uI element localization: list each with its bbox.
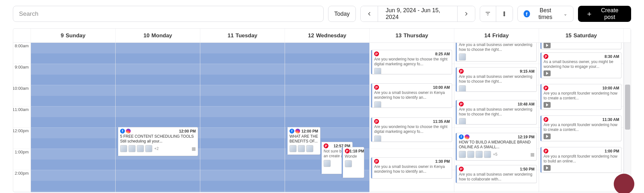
filter-icon — [485, 11, 491, 17]
thumb — [306, 145, 313, 152]
pinterest-icon: P — [374, 85, 379, 90]
grid-icon: ▦ — [530, 152, 535, 157]
best-times-button[interactable]: f Best times ⌄ — [517, 6, 574, 22]
scrollbar[interactable] — [624, 43, 631, 192]
calendar-header: 9Sunday 10Monday 11Tuesday 12Wednesday 1… — [13, 29, 631, 43]
thumb — [345, 160, 352, 167]
event-card[interactable] — [540, 43, 621, 49]
day-header-fri: 14Friday — [454, 29, 539, 42]
event-card[interactable]: P1:18 PM Wonde — [342, 147, 364, 178]
next-week-button[interactable] — [458, 6, 475, 22]
thumb — [484, 151, 491, 158]
event-card[interactable]: f12:00 PM 5 FREE CONTENT SCHEDULING TOOL… — [117, 127, 198, 156]
event-card[interactable]: P10:48 AM Are you a small business owner… — [456, 100, 537, 124]
time-label: 11:00am — [13, 106, 31, 128]
time-label: 10:00am — [13, 85, 31, 106]
event-text: Are you a nonprofit founder wondering ho… — [544, 123, 619, 132]
thumb — [298, 145, 305, 152]
event-text: Are you a small business owner wondering… — [459, 107, 535, 117]
pinterest-icon: P — [345, 149, 350, 153]
event-card[interactable]: Are you a small business owner wondering… — [456, 43, 537, 61]
event-time: 11:30 AM — [602, 117, 619, 122]
more-count: +2 — [154, 146, 159, 151]
pinterest-icon: P — [374, 119, 379, 124]
event-card[interactable]: P8:30 AM As a small business owner, you … — [540, 52, 621, 78]
svg-point-1 — [504, 13, 505, 14]
calendar: 9Sunday 10Monday 11Tuesday 12Wednesday 1… — [13, 28, 631, 192]
time-column: 8:00am 9:00am 10:00am 11:00am 12:00pm 1:… — [13, 43, 31, 192]
thumb — [374, 101, 381, 108]
event-card[interactable]: P8:25 AM Are you wondering how to choose… — [371, 50, 452, 74]
help-fab[interactable] — [614, 174, 634, 193]
pinterest-icon: P — [459, 69, 464, 74]
event-time: 10:00 AM — [433, 85, 450, 90]
event-card[interactable]: f12:19 PM HOW TO BUILD A MEMORABLE BRAND… — [456, 133, 537, 161]
svg-point-2 — [504, 15, 505, 16]
event-text: Are you a nonprofit founder wondering ho… — [544, 154, 619, 164]
event-card[interactable]: P10:00 AM Are you a nonprofit founder wo… — [540, 84, 621, 110]
time-label: 12:00pm — [13, 128, 31, 149]
play-icon — [544, 102, 551, 108]
thumb — [459, 151, 466, 158]
event-time: 10:48 AM — [518, 102, 535, 106]
best-times-label: Best times — [533, 7, 558, 21]
thumb — [459, 118, 466, 124]
pinterest-icon: P — [459, 102, 464, 106]
event-card[interactable]: P9:15 AM Are you a small business owner … — [456, 67, 537, 92]
time-label: 1:00pm — [13, 149, 31, 170]
day-col-sun[interactable] — [31, 43, 116, 192]
svg-point-0 — [504, 12, 505, 13]
thumb — [467, 151, 474, 158]
event-card[interactable]: P1:30 PM Are you a small business owner … — [371, 157, 452, 179]
day-col-fri[interactable]: Are you a small business owner wondering… — [454, 43, 539, 192]
day-col-mon[interactable]: f12:00 PM 5 FREE CONTENT SCHEDULING TOOL… — [116, 43, 200, 192]
event-time: 12:19 PM — [518, 135, 535, 139]
event-card[interactable]: f12:00 PM WHAT ARE THE BENEFITS OF... — [286, 127, 320, 155]
event-time: 8:30 AM — [604, 54, 619, 59]
chevron-down-icon: ⌄ — [564, 11, 567, 16]
thumb — [120, 145, 127, 152]
thumb — [476, 151, 483, 158]
event-time: 1:30 PM — [435, 159, 450, 164]
event-card[interactable]: P11:35 AM Are you wondering how to choos… — [371, 117, 452, 142]
scrollbar-thumb[interactable] — [625, 85, 630, 130]
today-button[interactable]: Today — [328, 6, 356, 22]
facebook-icon: f — [459, 134, 464, 139]
instagram-icon — [126, 129, 131, 133]
calendar-body[interactable]: 8:00am 9:00am 10:00am 11:00am 12:00pm 1:… — [13, 43, 631, 192]
event-card[interactable]: P1:50 PM Are you a small business owner … — [456, 165, 537, 183]
event-text: Are you a small business owner wondering… — [459, 172, 535, 182]
day-col-wed[interactable]: f12:00 PM WHAT ARE THE BENEFITS OF... P1… — [285, 43, 370, 192]
day-col-tue[interactable] — [200, 43, 285, 192]
event-time: 11:35 AM — [433, 119, 450, 124]
event-time: 8:25 AM — [435, 52, 450, 56]
thumb — [459, 85, 466, 92]
filter-button[interactable] — [480, 6, 497, 22]
event-time: 12:00 PM — [301, 129, 318, 133]
chevron-left-icon — [366, 11, 373, 17]
event-text: HOW TO BUILD A MEMORABLE BRAND ONLINE AS… — [459, 140, 535, 150]
filter-group — [480, 6, 513, 22]
pinterest-icon: P — [544, 54, 548, 59]
event-card[interactable]: P11:30 AM Are you a nonprofit founder wo… — [540, 115, 621, 141]
date-range-label[interactable]: Jun 9, 2024 - Jun 15, 2024 — [378, 6, 458, 22]
thumb — [145, 145, 152, 152]
event-time: 1:18 PM — [350, 149, 364, 153]
time-label: 9:00am — [13, 64, 31, 85]
day-col-sat[interactable]: P8:30 AM As a small business owner, you … — [539, 43, 624, 192]
event-card[interactable]: P1:00 PM Are you a nonprofit founder won… — [540, 147, 621, 173]
event-card[interactable]: P10:00 AM Are you a small business owner… — [371, 83, 452, 108]
search-input[interactable] — [13, 6, 324, 22]
thumb — [374, 135, 381, 142]
event-time: 1:50 PM — [520, 167, 535, 171]
more-options-button[interactable] — [496, 6, 512, 22]
play-icon — [544, 133, 551, 139]
pinterest-icon: P — [544, 149, 548, 153]
event-text: Are you a small business owner wondering… — [459, 74, 535, 84]
event-text: Are you a nonprofit founder wondering ho… — [544, 91, 619, 101]
pinterest-icon: P — [544, 86, 548, 90]
day-col-thu[interactable]: P8:25 AM Are you wondering how to choose… — [370, 43, 454, 192]
create-post-button[interactable]: ＋ Create post — [578, 6, 631, 22]
prev-week-button[interactable] — [361, 6, 378, 22]
thumb — [289, 145, 297, 152]
